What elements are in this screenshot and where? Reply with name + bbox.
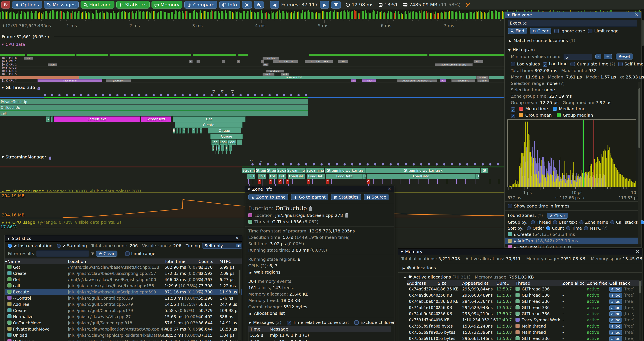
zone-marker-icon[interactable]: ▽ (260, 159, 262, 163)
sample-dot[interactable] (274, 163, 276, 165)
timeline-zone[interactable]: Create (175, 122, 242, 128)
found-zone-row[interactable]: ▶ AddTree (18,542) 227.19 ms (505, 238, 641, 244)
timeline-zone[interactable]: LoaUp (220, 139, 228, 145)
sample-dot[interactable] (397, 163, 399, 165)
message-row[interactable]: 5.59 smip 10 w 2 h 2 (4) (248, 338, 391, 341)
zone-info-titlebar[interactable]: ▼Zone info✕ (245, 186, 394, 192)
info-button[interactable]: Info (219, 1, 240, 9)
group-by-call-stacks[interactable]: Call stacks (610, 220, 638, 225)
zone-marker-icon[interactable]: ▽ (231, 90, 234, 93)
memory-button[interactable]: Memory (152, 1, 182, 9)
sample-dot[interactable] (80, 94, 82, 96)
sort-by-count[interactable]: Count (546, 226, 564, 230)
sample-dot[interactable] (232, 94, 234, 96)
cpu-zone[interactable]: c (196, 60, 200, 63)
error-zone[interactable]: C (366, 179, 370, 184)
cpu-zone[interactable]: kw (262, 63, 268, 66)
sample-dot[interactable] (109, 94, 111, 96)
sample-dot[interactable] (138, 94, 140, 96)
timeline-zone[interactable]: L(U (247, 174, 255, 179)
sample-dot[interactable] (152, 94, 155, 96)
zone-marker-icon[interactable]: ▽ (221, 90, 224, 93)
timeline-zone[interactable]: ^ (182, 128, 185, 134)
table-row[interactable]: ~Controljni/../jni/src/guif/Control.cpp:… (5, 295, 242, 301)
timeline-zone[interactable]: Get (172, 116, 246, 122)
sample-dot[interactable] (366, 163, 369, 165)
sample-dot[interactable] (390, 163, 392, 165)
clear-button[interactable]: ⊘Clear (530, 28, 551, 34)
column-header[interactable]: Zone alloc (562, 281, 584, 286)
limit-range-checkbox[interactable]: Limit range (125, 251, 156, 256)
timeline-zone[interactable]: U (476, 174, 480, 179)
sample-dot[interactable] (116, 94, 118, 96)
sort-by-mtpc[interactable]: MTPC (584, 226, 601, 230)
sample-dot[interactable] (247, 94, 249, 96)
active-allocations-expander[interactable]: ▼♥ Active allocations (70,311)Memory usa… (398, 274, 642, 280)
timeline-zone[interactable]: LoadDaU (307, 174, 325, 179)
timeline-zone[interactable]: LoaUp (228, 139, 236, 145)
timeline-zone[interactable]: | (216, 145, 217, 151)
close-icon[interactable]: ✕ (388, 187, 392, 191)
cpu-zone[interactable]: TraD (362, 79, 376, 82)
timeline-zone[interactable] (236, 139, 242, 145)
self-time-checkbox[interactable]: Self time (100.00%) (618, 61, 644, 67)
sample-dot[interactable] (405, 163, 407, 165)
filter-input[interactable] (36, 250, 89, 257)
zone-thread[interactable]: GLThread 336 (272, 219, 302, 224)
sample-dot[interactable] (298, 94, 300, 96)
sample-dot[interactable] (351, 163, 353, 165)
timeline-zone[interactable]: LoadData (326, 174, 363, 179)
bin-plus-button[interactable]: + (604, 54, 612, 59)
sample-dot[interactable] (482, 163, 484, 165)
message-row[interactable]: 5.59 smip 11 w 1 h 1 (1) (248, 332, 391, 338)
cpu-zone[interactable] (0, 76, 79, 79)
timeline-zone[interactable]: LoU (278, 174, 286, 179)
power-button[interactable] (1, 1, 10, 9)
error-zone[interactable]: C (278, 179, 282, 184)
memory-table-header[interactable]: Address ▲SizeAppeared atDura...ThreadZon… (407, 280, 642, 286)
show-zone-time-checkbox[interactable]: Show zone time in frames (505, 203, 641, 209)
table-row[interactable]: Unloadjni/../jni/src/claw/graphics/pixel… (5, 332, 242, 338)
timeline-zone[interactable]: Stream (256, 168, 266, 173)
sample-dot[interactable] (66, 94, 68, 96)
timeline-zone[interactable] (196, 128, 198, 134)
sample-dot[interactable] (259, 163, 261, 165)
sample-dot[interactable] (305, 163, 307, 165)
sample-dot[interactable] (51, 94, 53, 96)
sample-dot[interactable] (124, 94, 126, 96)
sample-dot[interactable] (160, 94, 162, 96)
memory-titlebar[interactable]: ▼Memory✕ (398, 249, 642, 255)
sample-dot[interactable] (420, 163, 422, 165)
sample-dot[interactable] (374, 163, 376, 165)
find-zone-input[interactable]: Execute (508, 20, 638, 27)
cpu-zone[interactable]: c (261, 60, 264, 63)
cpu-zone[interactable]: mi.t (474, 60, 483, 63)
sample-dot[interactable] (73, 94, 75, 96)
cpu-zone[interactable]: kworker/u (451, 79, 475, 82)
statistics-scrollbar[interactable] (238, 269, 241, 340)
find-button[interactable]: Find (508, 28, 527, 34)
wait-regions-expander[interactable]: ▶Wait regions (245, 269, 394, 275)
timeline-zone[interactable]: S (46, 116, 50, 122)
sample-dot[interactable] (240, 94, 242, 96)
allocations-expander[interactable]: ▶@ Allocations (398, 265, 642, 271)
messages-button[interactable]: Messages (44, 1, 79, 9)
sample-dot[interactable] (458, 163, 461, 165)
zone-marker-icon[interactable]: ▽ (250, 159, 253, 163)
gl-stack-bar[interactable]: OnTouchUp (0, 105, 308, 110)
group-by-thread[interactable]: Thread (531, 220, 551, 225)
table-row[interactable]: OnRedrawjni/../jni/src/claw/application/… (5, 338, 242, 341)
sample-dot[interactable] (298, 163, 300, 165)
allocation-row[interactable]: 0x74ab1be040186.68 KB294,645,364ns13:50.… (407, 298, 642, 304)
table-row[interactable]: AddTreejni/../jni/src/guif/Control.cpp:6… (5, 301, 242, 307)
column-header[interactable]: Dura... (496, 281, 511, 286)
cpu-zone[interactable]: c (237, 60, 240, 63)
cpu-zone[interactable]: cds (338, 60, 348, 63)
column-header[interactable]: Address (409, 281, 426, 286)
cpu-zone[interactable]: cds_ol_rx_thr (273, 60, 298, 63)
frame-dropdown-button[interactable]: ▼ (331, 1, 341, 9)
error-zone[interactable]: C (286, 179, 290, 184)
sample-dot[interactable] (282, 163, 284, 165)
statistics-table-header[interactable]: NameLocationTotal timeCounts ▼MTPC (5, 258, 242, 264)
timeline-zone[interactable] (180, 128, 181, 134)
